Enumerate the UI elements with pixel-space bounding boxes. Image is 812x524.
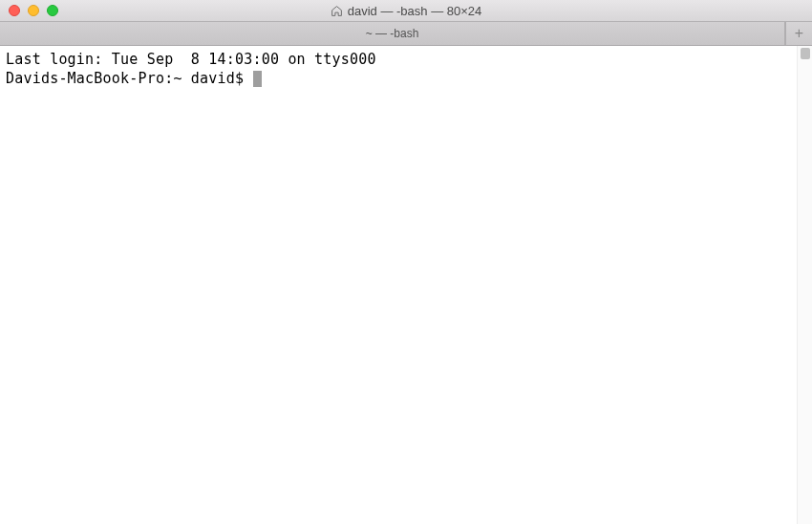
window-titlebar: david — -bash — 80×24 — [0, 0, 812, 22]
scrollbar-thumb[interactable] — [801, 48, 810, 59]
tab-label: ~ — -bash — [366, 27, 419, 40]
window-title: david — -bash — 80×24 — [0, 4, 812, 18]
last-login-line: Last login: Tue Sep 8 14:03:00 on ttys00… — [6, 51, 376, 68]
new-tab-button[interactable]: + — [785, 22, 812, 45]
minimize-button[interactable] — [28, 5, 39, 16]
plus-icon: + — [795, 25, 803, 42]
home-icon — [331, 5, 343, 17]
traffic-lights — [0, 5, 58, 16]
cursor — [253, 71, 262, 87]
zoom-button[interactable] — [47, 5, 58, 16]
terminal-content[interactable]: Last login: Tue Sep 8 14:03:00 on ttys00… — [0, 46, 797, 524]
close-button[interactable] — [9, 5, 20, 16]
terminal-area: Last login: Tue Sep 8 14:03:00 on ttys00… — [0, 46, 812, 524]
scrollbar-track[interactable] — [797, 46, 812, 524]
shell-prompt: Davids-MacBook-Pro:~ david$ — [6, 69, 252, 88]
tab-bar: ~ — -bash + — [0, 22, 812, 46]
tab-active[interactable]: ~ — -bash — [0, 22, 785, 45]
window-title-text: david — -bash — 80×24 — [348, 4, 482, 18]
